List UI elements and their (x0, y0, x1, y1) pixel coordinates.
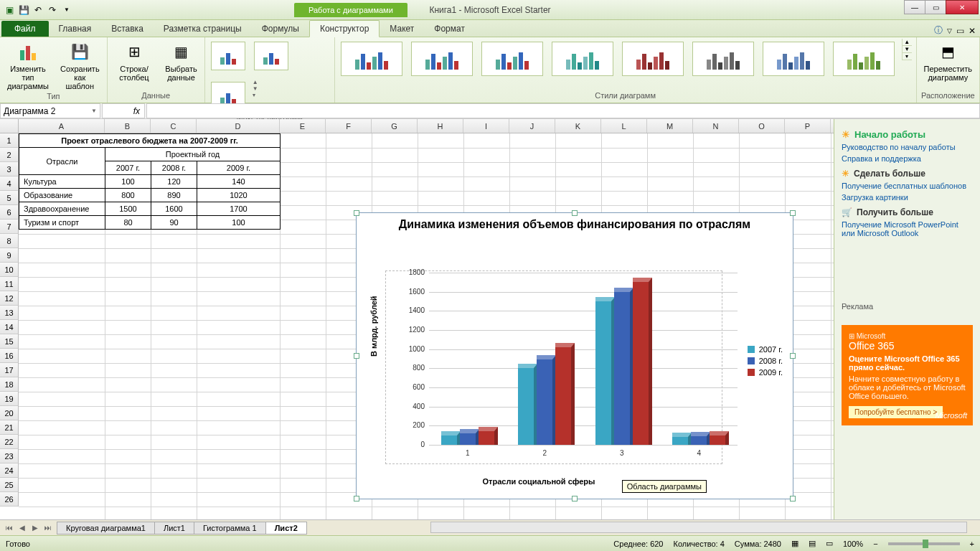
select-all-corner[interactable] (0, 119, 19, 133)
tab-nav-last-icon[interactable]: ⏭ (42, 524, 55, 532)
row-header[interactable]: 6 (0, 205, 19, 220)
bar[interactable] (441, 431, 461, 445)
view-page-layout-icon[interactable]: ▤ (809, 539, 816, 548)
column-header[interactable]: E (280, 119, 326, 133)
row-header[interactable]: 18 (0, 377, 19, 392)
row-header[interactable]: 10 (0, 263, 19, 277)
link-help-support[interactable]: Справка и поддержка (842, 154, 973, 163)
zoom-level[interactable]: 100% (843, 540, 863, 548)
sheet-tab[interactable]: Круговая диаграмма1 (57, 522, 155, 534)
tab-nav-first-icon[interactable]: ⏮ (3, 524, 16, 532)
cells-grid[interactable]: Проект отраслевого бюджета на 2007-2009 … (19, 133, 834, 519)
column-header[interactable]: F (326, 119, 372, 133)
column-header[interactable]: H (418, 119, 463, 133)
column-header[interactable]: D (197, 119, 280, 133)
layouts-more-icon[interactable]: ▾ (253, 92, 263, 98)
formula-input[interactable] (146, 103, 980, 118)
selection-handle[interactable] (354, 496, 359, 501)
switch-row-column-button[interactable]: ⊞ Строка/столбец (112, 39, 157, 83)
save-icon[interactable]: 💾 (17, 4, 30, 17)
tab-chart-design[interactable]: Конструктор (309, 20, 380, 37)
tab-insert[interactable]: Вставка (101, 21, 154, 37)
bar[interactable] (518, 364, 537, 445)
styles-more-icon[interactable]: ▾ (903, 53, 912, 60)
row-header[interactable]: 7 (0, 220, 19, 234)
bar[interactable] (537, 355, 556, 445)
row-header[interactable]: 25 (0, 478, 19, 492)
ad-office365[interactable]: ⊞ Microsoft Office 365 Оцените Microsoft… (842, 325, 973, 425)
select-data-button[interactable]: ▦ Выбрать данные (162, 39, 199, 83)
chart-style-thumb[interactable] (552, 42, 613, 76)
sheet-tab[interactable]: Гистограмма 1 (194, 522, 266, 534)
selection-handle[interactable] (354, 353, 359, 359)
link-get-powerpoint-outlook[interactable]: Получение Microsoft PowerPoint или Micro… (842, 220, 973, 237)
row-header[interactable]: 22 (0, 435, 19, 449)
horizontal-scrollbar[interactable] (430, 522, 967, 533)
bar[interactable] (595, 297, 615, 445)
chart-style-thumb[interactable] (341, 42, 402, 76)
sheet-tab[interactable]: Лист1 (154, 522, 194, 534)
fx-icon[interactable]: fx (133, 106, 140, 116)
row-header[interactable]: 2 (0, 148, 19, 162)
minimize-button[interactable]: — (904, 0, 925, 14)
column-header[interactable]: I (463, 119, 509, 133)
chart-legend[interactable]: 2007 г.2008 г.2009 г. (748, 342, 783, 380)
column-header[interactable]: M (647, 119, 693, 133)
row-header[interactable]: 13 (0, 306, 19, 320)
bar[interactable] (614, 288, 633, 445)
chart-style-thumb[interactable] (481, 42, 543, 76)
y-axis-title[interactable]: В млрд. рублей (369, 296, 378, 357)
row-header[interactable]: 14 (0, 320, 19, 334)
selection-handle[interactable] (572, 210, 578, 216)
row-header[interactable]: 17 (0, 363, 19, 377)
name-box[interactable]: Диаграмма 2 ▼ (0, 103, 100, 118)
tab-formulas[interactable]: Формулы (252, 21, 309, 37)
layouts-scroll-down-icon[interactable]: ▼ (253, 85, 263, 92)
row-header[interactable]: 11 (0, 277, 19, 291)
undo-icon[interactable]: ↶ (32, 4, 44, 17)
bar[interactable] (633, 278, 652, 445)
maximize-button[interactable]: ▭ (925, 0, 946, 14)
zoom-slider[interactable] (888, 542, 960, 545)
row-header[interactable]: 19 (0, 392, 19, 406)
link-getting-started[interactable]: Руководство по началу работы (842, 143, 973, 151)
view-normal-icon[interactable]: ▦ (791, 539, 798, 548)
ribbon-minimize-icon[interactable]: ▽ (947, 27, 952, 34)
column-header[interactable]: C (151, 119, 197, 133)
bar[interactable] (691, 432, 710, 445)
plot-area[interactable]: 0200400600800100012001400160018001234 (385, 270, 722, 464)
help-icon[interactable]: ⓘ (934, 24, 943, 37)
worksheet[interactable]: ABCDEFGHIJKLMNOP 12345678910111213141516… (0, 119, 834, 519)
column-header[interactable]: J (509, 119, 555, 133)
selection-handle[interactable] (790, 353, 796, 359)
column-header[interactable]: G (372, 119, 418, 133)
styles-scroll-down-icon[interactable]: ▼ (903, 46, 912, 53)
column-header[interactable]: N (693, 119, 739, 133)
legend-item[interactable]: 2009 г. (748, 368, 783, 377)
chart-layout-thumb[interactable] (254, 42, 288, 70)
bar[interactable] (672, 433, 692, 445)
column-header[interactable]: P (785, 119, 831, 133)
chart-style-thumb[interactable] (411, 42, 473, 76)
row-header[interactable]: 12 (0, 291, 19, 306)
chart-style-thumb[interactable] (763, 42, 824, 76)
name-box-dropdown-icon[interactable]: ▼ (91, 108, 97, 114)
redo-icon[interactable]: ↷ (46, 4, 59, 17)
column-header[interactable]: B (105, 119, 151, 133)
column-header[interactable]: O (739, 119, 785, 133)
row-header[interactable]: 4 (0, 176, 19, 191)
column-header[interactable]: L (601, 119, 647, 133)
selection-handle[interactable] (354, 210, 359, 216)
tab-nav-prev-icon[interactable]: ◀ (16, 524, 29, 532)
row-header[interactable]: 16 (0, 349, 19, 363)
row-header[interactable]: 23 (0, 449, 19, 463)
tab-chart-layout[interactable]: Макет (380, 21, 424, 37)
row-header[interactable]: 20 (0, 406, 19, 420)
sheet-tab-active[interactable]: Лист2 (265, 522, 307, 534)
zoom-out-icon[interactable]: − (873, 540, 877, 548)
row-header[interactable]: 5 (0, 191, 19, 205)
qat-dropdown-icon[interactable]: ▼ (60, 4, 73, 17)
file-tab[interactable]: Файл (1, 21, 49, 37)
layouts-scroll-up-icon[interactable]: ▲ (253, 79, 263, 85)
close-button[interactable]: ✕ (946, 0, 979, 14)
